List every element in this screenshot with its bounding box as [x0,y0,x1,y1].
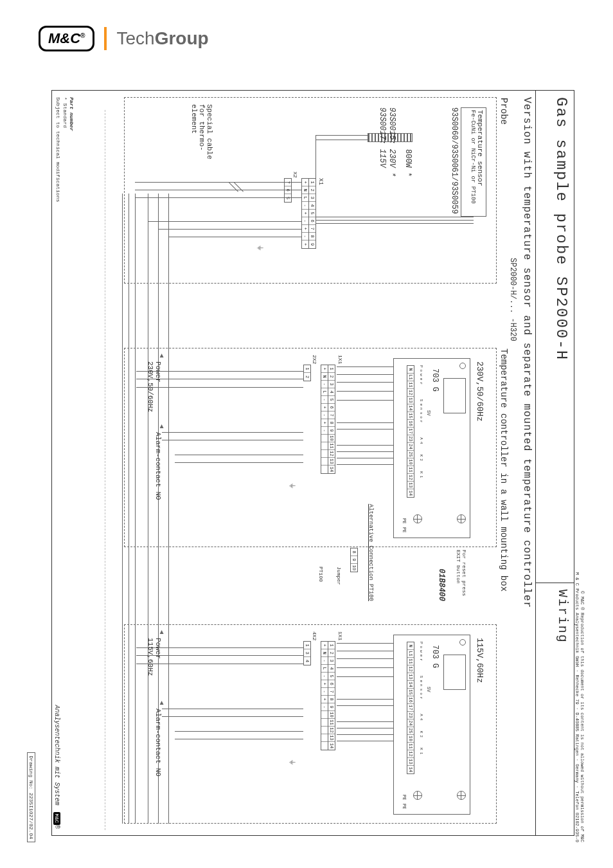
controller-top-groups: Power Sensor A4 K2 K1 [419,365,423,532]
controller-display [443,378,466,413]
controller-device-230: 703 G NL1111213141516172324251011121314 … [393,358,470,538]
controller-bot-sym-115: +N-L-+-+- [321,641,328,750]
voltage-230-top: 230V,50/60Hz [475,361,484,422]
bot-x1-lbl: 1X1 [337,355,343,364]
heater-part-115: 93S0017: 115V [378,107,387,168]
mc-badge: M&C [53,812,60,825]
ground-icon: ⏚ [288,760,297,764]
x2-label: X2 [292,172,298,178]
temp-sensor-box: Temperature sensor Fe-CuNi or NiCr-Ni or… [461,107,486,217]
pot-icon [459,639,466,646]
mc-logo: M&C® [39,26,94,51]
company-tagline: Analysentechnik mit System M&C® [53,705,60,829]
copyright-block: © M&C ® Reproduction of this document or… [574,572,585,842]
main-title: Gas sample probe SP2000-H [536,91,574,583]
copyright-line-1: © M&C ® Reproduction of this document or… [580,572,585,842]
probe-label: Probe [499,98,509,125]
controller-top-strip-115: NL1111213141516172324251011121314 [407,642,414,774]
sv-label: SV [426,410,431,415]
temp-sensor-partnos: 93S0060/93S0061/93S0059 [450,107,459,214]
logo-text: M&C [48,30,80,46]
copyright-line-2: M & C Products Analysentechnik GmbH · Re… [574,572,579,842]
footnotes: Part number * Standard Subject to techni… [55,97,75,202]
controller-model: 703 G [431,368,440,392]
controller-230v: Temperature controller in a wall mountin… [124,348,497,547]
temp-sensor-types: Fe-CuNi or NiCr-Ni or PT100 [470,110,476,214]
variant-code: SP2000-H/... -H320 [508,258,517,341]
jumper-label: Jumper [336,566,342,585]
power-label-230: Power 230V,50/60Hz [147,361,162,412]
controller-display [443,655,466,690]
heater-power: 800W * [404,149,413,177]
controller-bot-x1-230: 1234567891011121314 [328,365,335,474]
x1-label: X1 [317,178,324,185]
controller-top-groups-115: Power Sensor A4 K2 K1 [419,642,423,809]
x1-strip-sym: +NL-+-+-+ [301,178,309,249]
wiring-drawing: © M&C ® Reproduction of this document or… [26,77,587,849]
controller-device-115: 703 G NL1111213141516172324251011121314 … [393,635,470,815]
ground-symbol: ⏚ [256,246,265,250]
brand-light: Tech [116,28,154,48]
brand-name: TechGroup [116,28,208,49]
pe-label-2: PE [402,527,407,532]
controller-bot-sym-230: +N-L-+-+- [321,365,328,474]
pe-label-1: PE [402,518,407,523]
temp-sensor-label: Temperature sensor [476,110,484,214]
footnote-mod: Subject to technical modifications [55,97,61,202]
brand-bold: Group [155,28,209,48]
alt-conn-label: Alternative Connection PT100 [368,504,374,601]
bot-x2-lbl-115: 4X2 [312,631,317,640]
alarm-label-115: Alarm-contact NO [154,709,162,777]
pe-label-3: PE [402,795,407,800]
controller-model-115: 703 G [431,645,440,668]
secondary-title: Wiring [536,583,574,835]
controller-top-strip-230: NL1111213141516172324251011121314 [407,365,414,498]
drawing-frame: Gas sample probe SP2000-H Wiring Version… [51,90,574,836]
pe-label-4: PE [402,804,407,809]
title-row: Gas sample probe SP2000-H Wiring [535,91,574,835]
reset-note: For reset press EXIT button [456,550,467,598]
bot-x1-lbl-115: 1X1 [337,631,343,640]
probe-section: Probe Temperature sensor Fe-CuNi or NiCr… [124,97,497,284]
controller-115v: 115V,60Hz 703 G NL1111213141516172324251… [124,624,497,824]
heater-part-230: 93S0015: 230V * [387,107,396,177]
thermo-cable-label: Special cable for thermo-element [190,104,213,175]
alarm-label-230: Alarm-contact NO [154,432,162,500]
controller-bot-x2-230: 12 [303,365,311,381]
footnote-partno: Part number [68,97,75,202]
power-label-115: Power 115V,60Hz [147,638,162,676]
ground-icon: ⏚ [288,484,297,488]
controller-label: Temperature controller in a wall mountin… [499,348,509,799]
pt100-label: PT100 [318,566,324,582]
centerline [105,110,105,830]
controller-partno: 01B8400 [437,569,446,601]
alt-strip: 8910 [350,548,358,572]
x1-strip-pins: 123456789 [308,178,316,249]
voltage-115-top: 115V,60Hz [475,638,484,683]
footnote-std: * Standard [61,97,67,202]
logo-reg: ® [80,32,85,39]
fan-icon [457,514,466,523]
logo-separator [104,27,107,50]
sv-label: SV [426,687,431,692]
bot-x2-lbl: 2X2 [312,355,317,364]
controller-bot-x1-115: 1234567891011121314 [328,641,335,750]
page-header: M&C® TechGroup [0,0,613,64]
drawing-number: Drawing No: 2235I1027/02.04 [27,752,35,842]
subtitle: Version with temperature sensor and sepa… [521,97,533,608]
controller-bot-x2-115: 134 [303,641,311,665]
pot-icon [459,363,466,369]
fan-icon [457,791,466,800]
